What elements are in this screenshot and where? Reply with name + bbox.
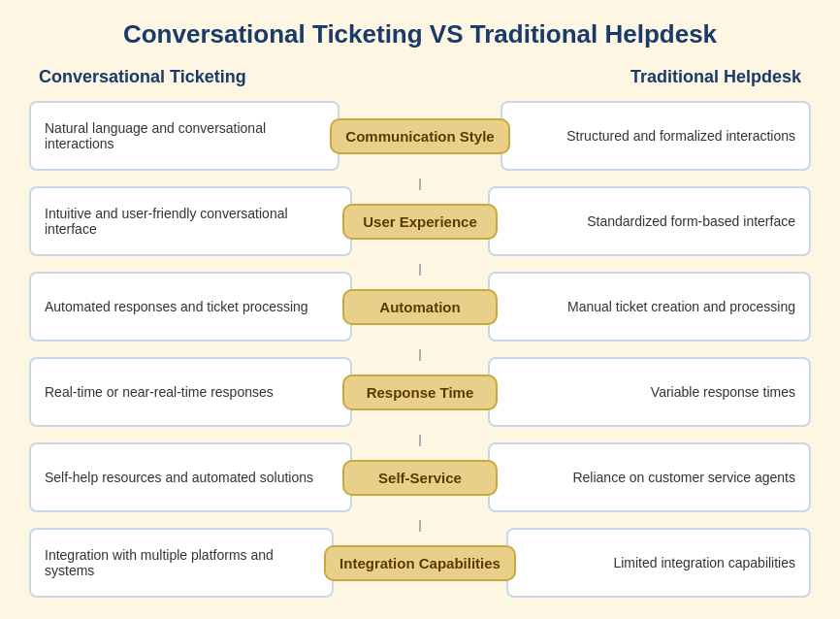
left-cell-communication-style: Natural language and conversational inte… (29, 101, 339, 171)
left-cell-integration-capabilities: Integration with multiple platforms and … (29, 528, 334, 598)
center-label-automation: Automation (342, 289, 498, 325)
center-label-user-experience: User Experience (342, 204, 498, 240)
left-cell-user-experience: Intuitive and user-friendly conversation… (29, 186, 352, 256)
comparison-row-automation: Automated responses and ticket processin… (29, 268, 811, 345)
right-cell-automation: Manual ticket creation and processing (488, 272, 811, 342)
right-cell-user-experience: Standardized form-based interface (488, 186, 811, 256)
center-label-response-time: Response Time (342, 375, 498, 410)
comparison-row-self-service: Self-help resources and automated soluti… (29, 439, 811, 516)
left-cell-response-time: Real-time or near-real-time responses (29, 357, 352, 427)
comparison-row-communication-style: Natural language and conversational inte… (29, 97, 811, 175)
left-cell-self-service: Self-help resources and automated soluti… (29, 442, 352, 512)
right-cell-communication-style: Structured and formalized interactions (501, 101, 811, 171)
center-label-integration-capabilities: Integration Capabilities (324, 545, 516, 581)
center-label-self-service: Self-Service (342, 460, 498, 496)
comparison-row-response-time: Real-time or near-real-time responsesRes… (29, 353, 811, 431)
right-cell-response-time: Variable response times (488, 357, 811, 427)
right-column-header: Traditional Helpdesk (530, 67, 801, 87)
page-title: Conversational Ticketing VS Traditional … (29, 19, 811, 49)
right-cell-integration-capabilities: Limited integration capabilities (506, 528, 811, 598)
center-label-communication-style: Communication Style (330, 118, 509, 154)
right-cell-self-service: Reliance on customer service agents (488, 442, 811, 512)
comparison-row-user-experience: Intuitive and user-friendly conversation… (29, 182, 811, 260)
comparison-rows: Natural language and conversational inte… (29, 97, 811, 602)
left-cell-automation: Automated responses and ticket processin… (29, 272, 352, 342)
comparison-row-integration-capabilities: Integration with multiple platforms and … (29, 524, 811, 602)
left-column-header: Conversational Ticketing (39, 67, 310, 87)
